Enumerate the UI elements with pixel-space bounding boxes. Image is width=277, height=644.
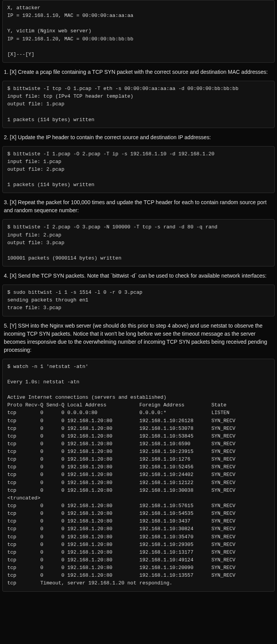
step-2-text: 2. [X] Update the IP header to contain t… — [0, 130, 277, 144]
step-2-code: $ bittwiste -I 1.pcap -O 2.pcap -T ip -s… — [2, 146, 275, 193]
step-4-code: $ sudo bittwist -i 1 -s 1514 -l 0 -r 0 3… — [2, 285, 275, 316]
step-5-text: 5. [Y] SSH into the Nginx web server (we… — [0, 319, 277, 356]
step-5-code: $ watch -n 1 'netstat -atn' Every 1.0s: … — [2, 359, 275, 592]
step-3-text: 3. [X] Repeat the packet for 100,000 tim… — [0, 195, 277, 217]
step-4-text: 4. [X] Send the TCP SYN packets. Note th… — [0, 269, 277, 282]
step-3-code: $ bittwiste -I 2.pcap -O 3.pcap -N 10000… — [2, 219, 275, 266]
intro-code-block: X, attacker IP = 192.168.1.10, MAC = 00:… — [2, 0, 275, 63]
step-1-text: 1. [X] Create a pcap file containing a T… — [0, 65, 277, 78]
step-1-code: $ bittwiste -I tcp -O 1.pcap -T eth -s 0… — [2, 81, 275, 128]
